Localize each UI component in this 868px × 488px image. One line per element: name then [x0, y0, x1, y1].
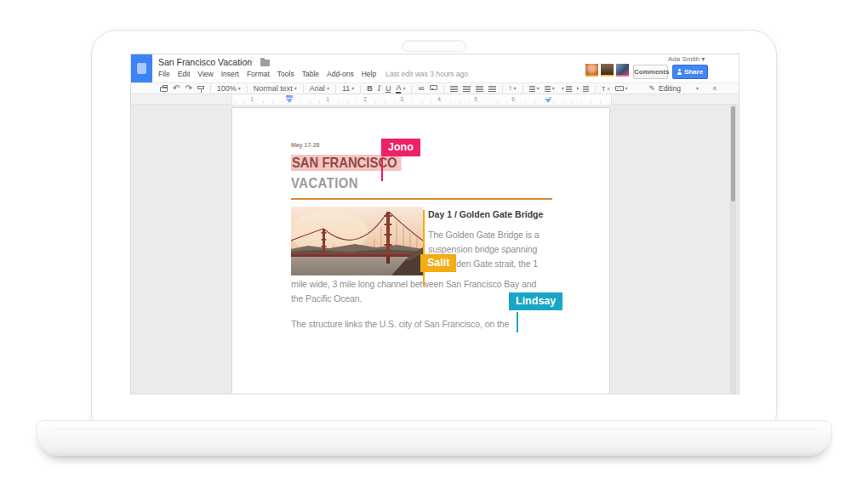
- insert-link-icon[interactable]: ∞: [418, 84, 424, 93]
- italic-button[interactable]: I: [378, 84, 380, 93]
- bulleted-list-button[interactable]: ▾: [545, 86, 555, 92]
- collab-flag-lindsay: Lindsay: [509, 292, 562, 310]
- menu-item[interactable]: Tools: [277, 70, 294, 78]
- menu-item[interactable]: Insert: [221, 70, 239, 78]
- pencil-icon: ✎: [648, 85, 655, 93]
- ruler[interactable]: 1 1 2 3 4 5 6 7: [131, 94, 739, 105]
- font-select[interactable]: Arial▾: [310, 84, 329, 93]
- clear-format-x: x: [608, 86, 610, 91]
- ruler-number: 3: [400, 96, 403, 102]
- star-icon[interactable]: ☆: [248, 56, 255, 65]
- numbered-list-button[interactable]: ▾: [529, 86, 540, 92]
- collaborator-avatar[interactable]: [616, 64, 629, 77]
- selection-highlight: SAN FRANCISCO: [291, 155, 401, 171]
- font-size-select[interactable]: 11▾: [342, 84, 354, 93]
- docs-logo-icon[interactable]: [131, 54, 152, 82]
- docs-app-window: San Francisco Vacation ☆ FileEditViewIns…: [130, 54, 740, 394]
- collapse-toolbar-icon[interactable]: «: [710, 86, 718, 90]
- paragraph-line[interactable]: mile wide, 3 mile long channel between S…: [291, 279, 536, 289]
- mode-label: Editing: [659, 84, 681, 93]
- account-menu[interactable]: Ada Smith ▾: [668, 55, 705, 63]
- ruler-number: 2: [363, 96, 367, 102]
- ruler-number: 6: [511, 96, 515, 102]
- align-left-icon[interactable]: [450, 86, 458, 92]
- redo-icon[interactable]: ↷: [185, 84, 191, 93]
- font-size-value: 11: [342, 84, 350, 93]
- collab-cursor-lindsay: [517, 312, 518, 332]
- dropdown-icon: ▾: [238, 86, 241, 91]
- collab-cursor-jono: [381, 157, 383, 181]
- dropdown-icon: ▾: [552, 86, 555, 91]
- laptop-base: [36, 420, 832, 456]
- collaborator-avatar[interactable]: [585, 64, 598, 77]
- font-value: Arial: [310, 84, 325, 93]
- scrollbar-thumb[interactable]: [731, 106, 735, 201]
- left-indent-marker[interactable]: [286, 99, 293, 103]
- first-line-indent-marker[interactable]: [286, 95, 293, 98]
- indent-lines: [583, 86, 589, 92]
- dropdown-icon: ▾: [294, 86, 297, 91]
- menu-item[interactable]: Help: [362, 70, 376, 78]
- paragraph-line[interactable]: the Pacific Ocean.: [291, 293, 362, 304]
- menu-item[interactable]: File: [158, 70, 170, 78]
- zoom-select[interactable]: 100%▾: [217, 84, 241, 93]
- zoom-value: 100%: [217, 84, 237, 93]
- paint-format-icon[interactable]: [197, 86, 204, 89]
- align-justify-icon[interactable]: [488, 86, 496, 92]
- accent-rule: [291, 198, 552, 200]
- paragraph-style-select[interactable]: Normal text▾: [254, 84, 297, 93]
- bulleted-list-icon: [545, 86, 551, 92]
- menu-item[interactable]: Table: [302, 70, 319, 78]
- menu-item[interactable]: Edit: [178, 70, 191, 78]
- folder-icon[interactable]: [260, 60, 270, 66]
- indent-button[interactable]: [577, 86, 589, 92]
- right-indent-marker[interactable]: [545, 99, 551, 103]
- share-label: Share: [684, 68, 703, 76]
- insert-comment-icon[interactable]: [430, 85, 437, 90]
- style-value: Normal text: [254, 84, 293, 93]
- document-title-field[interactable]: San Francisco Vacation: [158, 57, 252, 67]
- document-page[interactable]: May 17-28 SAN FRANCISCO VACATION: [231, 107, 610, 394]
- collab-cursor-salit: [423, 210, 425, 286]
- dropdown-icon: ▾: [696, 86, 699, 91]
- toolbar: ↶ ↷ 100%▾ Normal text▾ Arial▾ 11▾ B I U …: [131, 82, 739, 94]
- input-tools-button[interactable]: ▾: [615, 86, 628, 91]
- paragraph-line[interactable]: The Golden Gate Bridge is a: [428, 230, 539, 240]
- line-spacing-button[interactable]: ↕▾: [509, 85, 517, 92]
- collaborator-avatar[interactable]: [601, 64, 614, 77]
- share-button[interactable]: Share: [672, 65, 708, 79]
- align-center-icon[interactable]: [463, 86, 471, 92]
- comments-button[interactable]: Comments: [633, 65, 668, 79]
- bold-button[interactable]: B: [367, 84, 373, 93]
- menu-bar: FileEditViewInsertFormatToolsTableAdd-on…: [158, 70, 468, 78]
- section-heading[interactable]: Day 1 / Golden Gate Bridge: [428, 209, 543, 219]
- scrollbar-track[interactable]: [730, 105, 736, 394]
- outdent-button[interactable]: [560, 86, 572, 92]
- presence-avatars: [585, 64, 629, 77]
- golden-gate-illustration: [291, 207, 423, 275]
- ruler-band[interactable]: 1 1 2 3 4 5 6 7: [231, 94, 612, 105]
- dropdown-icon: ▾: [403, 86, 405, 91]
- outdent-lines: [566, 86, 572, 92]
- collab-flag-jono: Jono: [381, 139, 420, 156]
- doc-date-text[interactable]: May 17-28: [291, 142, 319, 148]
- text-color-button[interactable]: A▾: [396, 84, 405, 94]
- outdent-icon: [560, 87, 563, 90]
- align-right-icon[interactable]: [476, 86, 483, 92]
- numbered-list-icon: [529, 86, 535, 92]
- doc-title-line2[interactable]: VACATION: [291, 173, 358, 192]
- print-icon[interactable]: [160, 87, 168, 92]
- clear-formatting-button[interactable]: Tx: [602, 85, 610, 93]
- underline-button[interactable]: U: [385, 84, 391, 93]
- menu-item[interactable]: Format: [247, 70, 270, 78]
- menu-item[interactable]: View: [197, 70, 213, 78]
- undo-icon[interactable]: ↶: [173, 84, 180, 93]
- last-edit-status[interactable]: Last edit was 3 hours ago: [385, 70, 468, 78]
- ruler-number: 1: [250, 96, 254, 102]
- mode-select[interactable]: ✎ Editing ▾ «: [648, 84, 717, 93]
- paragraph-line[interactable]: The structure links the U.S. city of San…: [291, 319, 509, 329]
- line-spacing-icon: ↕: [509, 85, 512, 92]
- menu-item[interactable]: Add-ons: [327, 70, 354, 78]
- golden-gate-photo[interactable]: [291, 207, 423, 275]
- paragraph-line[interactable]: suspension bridge spanning: [428, 244, 537, 254]
